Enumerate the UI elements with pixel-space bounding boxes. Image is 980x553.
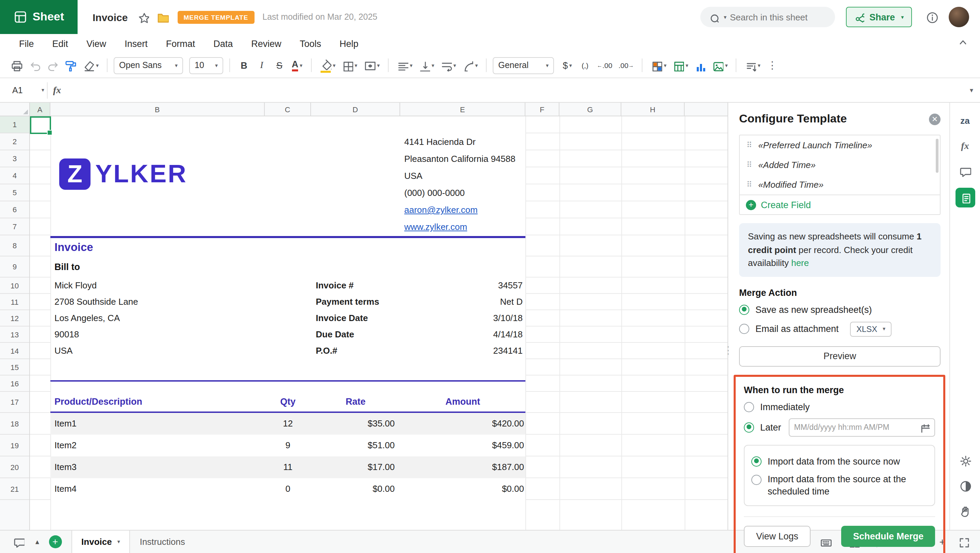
invoice-website-link[interactable]: www.zylker.com: [404, 218, 515, 235]
clear-format-dropdown[interactable]: ▾: [80, 56, 101, 74]
user-avatar[interactable]: [949, 7, 969, 27]
favorite-star-icon[interactable]: [137, 11, 149, 23]
share-button[interactable]: Share ▾: [846, 7, 912, 27]
import-now-option[interactable]: Import data from the source now: [751, 456, 928, 466]
insert-table-dropdown[interactable]: ▾: [671, 56, 690, 74]
menu-item-help[interactable]: Help: [340, 38, 359, 49]
cell-reference-dropdown[interactable]: A1▾: [7, 82, 48, 98]
active-cell-selection[interactable]: [30, 116, 51, 134]
menu-item-insert[interactable]: Insert: [124, 38, 148, 49]
row-header-14[interactable]: 14: [0, 343, 29, 359]
text-rotation-dropdown[interactable]: ▾: [460, 56, 480, 74]
column-header-D[interactable]: D: [311, 103, 400, 116]
font-size-dropdown[interactable]: 10▾: [189, 57, 223, 74]
radio-import-scheduled[interactable]: [751, 474, 762, 485]
row-header-4[interactable]: 4: [0, 167, 29, 184]
font-color-dropdown[interactable]: A▾: [289, 56, 305, 74]
close-panel-button[interactable]: ✕: [929, 113, 940, 125]
row-header-12[interactable]: 12: [0, 310, 29, 326]
collapse-toolbar-button[interactable]: [956, 35, 968, 47]
merge-field-item[interactable]: ⠿«Modified Time»: [740, 175, 940, 194]
field-list-scrollbar[interactable]: [936, 139, 939, 173]
row-header-2[interactable]: 2: [0, 133, 29, 150]
email-attachment-option[interactable]: Email as attachment XLSX ▾: [739, 321, 940, 336]
row-header-16[interactable]: 16: [0, 375, 29, 392]
print-button[interactable]: [8, 56, 24, 74]
select-all-corner[interactable]: [0, 103, 30, 116]
wrap-text-dropdown[interactable]: ▾: [438, 56, 458, 74]
credit-availability-link[interactable]: here: [791, 258, 809, 268]
search-box[interactable]: ▾: [701, 7, 835, 27]
undo-button[interactable]: [27, 56, 42, 74]
menu-item-view[interactable]: View: [86, 38, 106, 49]
sort-dropdown[interactable]: ▾: [743, 56, 762, 74]
radio-import-now[interactable]: [751, 456, 762, 466]
column-header-C[interactable]: C: [265, 103, 311, 116]
format-painter-button[interactable]: [62, 56, 78, 74]
column-header-H[interactable]: H: [621, 103, 685, 116]
radio-immediately[interactable]: [744, 402, 754, 412]
merge-field-item[interactable]: ⠿«Added Time»: [740, 155, 940, 175]
immediately-option[interactable]: Immediately: [744, 402, 935, 412]
strikethrough-button[interactable]: S: [272, 56, 287, 74]
font-family-dropdown[interactable]: Open Sans▾: [114, 57, 183, 74]
insert-image-dropdown[interactable]: ▾: [710, 56, 730, 74]
row-header-5[interactable]: 5: [0, 184, 29, 201]
zia-icon[interactable]: za: [950, 110, 980, 132]
row-header-3[interactable]: 3: [0, 150, 29, 167]
create-field-button[interactable]: + Create Field: [740, 194, 940, 214]
conditional-format-dropdown[interactable]: ▾: [649, 56, 669, 74]
more-options-button[interactable]: ⋮: [765, 56, 780, 74]
row-header-11[interactable]: 11: [0, 294, 29, 310]
italic-button[interactable]: I: [254, 56, 269, 74]
increase-decimal-button[interactable]: .00→: [616, 56, 636, 74]
appearance-icon[interactable]: [950, 474, 980, 497]
radio-save-as-new[interactable]: [739, 304, 749, 315]
menu-item-data[interactable]: Data: [213, 38, 233, 49]
merge-cells-dropdown[interactable]: ▾: [361, 56, 382, 74]
sheet-list-button[interactable]: ▴: [35, 537, 39, 546]
tab-invoice[interactable]: Invoice ▾: [71, 530, 130, 553]
column-header-F[interactable]: F: [525, 103, 559, 116]
borders-dropdown[interactable]: ▾: [340, 56, 360, 74]
schedule-merge-button[interactable]: Schedule Merge: [842, 526, 935, 547]
row-header-18[interactable]: 18: [0, 413, 29, 435]
row-header-10[interactable]: 10: [0, 278, 29, 294]
attachment-format-dropdown[interactable]: XLSX ▾: [850, 321, 891, 336]
row-header-20[interactable]: 20: [0, 456, 29, 478]
vertical-align-dropdown[interactable]: ▾: [417, 56, 436, 74]
column-header-B[interactable]: B: [50, 103, 265, 116]
bold-button[interactable]: B: [236, 56, 252, 74]
row-header-6[interactable]: 6: [0, 201, 29, 218]
add-sheet-button[interactable]: +: [49, 536, 62, 548]
fullscreen-button[interactable]: [954, 533, 972, 551]
tab-instructions[interactable]: Instructions: [130, 530, 195, 553]
menu-item-format[interactable]: Format: [166, 38, 195, 49]
row-header-19[interactable]: 19: [0, 435, 29, 456]
info-button[interactable]: [926, 11, 938, 23]
folder-icon[interactable]: [156, 11, 169, 23]
preview-button[interactable]: Preview: [739, 346, 940, 366]
row-header-1[interactable]: 1: [0, 116, 29, 133]
row-header-8[interactable]: 8: [0, 235, 29, 256]
functions-icon[interactable]: fx: [950, 135, 980, 157]
sheet-canvas[interactable]: 123456789101112131415161718192021 Z YLKE…: [0, 116, 727, 530]
row-header-17[interactable]: 17: [0, 392, 29, 413]
search-input[interactable]: [730, 12, 818, 22]
decrease-decimal-button[interactable]: ←.00: [595, 56, 614, 74]
horizontal-align-dropdown[interactable]: ▾: [395, 56, 414, 74]
row-header-15[interactable]: 15: [0, 359, 29, 375]
column-header-A[interactable]: A: [30, 103, 50, 116]
row-header-21[interactable]: 21: [0, 478, 29, 500]
view-logs-button[interactable]: View Logs: [744, 526, 811, 547]
app-logo[interactable]: Sheet: [0, 0, 78, 34]
row-header-7[interactable]: 7: [0, 218, 29, 235]
merge-field-item[interactable]: ⠿«Preferred Launch Timeline»: [740, 135, 940, 155]
menu-item-review[interactable]: Review: [251, 38, 282, 49]
save-as-new-option[interactable]: Save as new spreadsheet(s): [739, 304, 940, 315]
comma-style-button[interactable]: (,): [577, 56, 593, 74]
import-scheduled-option[interactable]: Import data from the source at the sched…: [751, 473, 928, 498]
formula-input[interactable]: [66, 81, 963, 99]
currency-dropdown[interactable]: $▾: [559, 56, 575, 74]
comments-icon[interactable]: [10, 533, 27, 551]
